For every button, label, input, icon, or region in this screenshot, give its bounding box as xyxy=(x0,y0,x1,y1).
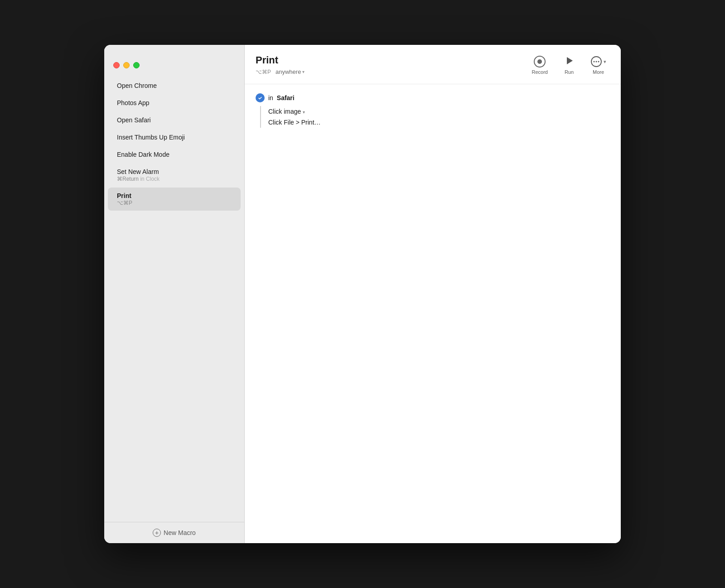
script-steps: Click image ▾ Click File > Print… xyxy=(260,106,610,128)
svg-marker-0 xyxy=(567,57,573,64)
more-button[interactable]: ▾ More xyxy=(587,54,610,77)
svg-point-5 xyxy=(257,95,263,101)
script-group: in Safari Click image ▾ Click File > Pri… xyxy=(256,93,610,128)
sidebar: Open Chrome Photos App Open Safari Inser… xyxy=(104,45,245,543)
sidebar-item-insert-thumbs-up[interactable]: Insert Thumbs Up Emoji xyxy=(108,129,241,145)
new-macro-icon: + xyxy=(153,529,161,537)
script-step-click-file-print: Click File > Print… xyxy=(268,117,610,128)
run-label: Run xyxy=(565,69,574,75)
macro-shortcut: ⌥⌘P xyxy=(256,69,271,75)
main-area: Print ⌥⌘P anywhere ▾ xyxy=(245,45,621,543)
record-icon xyxy=(534,56,546,67)
maximize-button[interactable] xyxy=(133,62,140,68)
more-icon: ▾ xyxy=(590,56,606,67)
sidebar-item-set-new-alarm[interactable]: Set New Alarm ⌘Return in Clock xyxy=(108,164,241,187)
more-label: More xyxy=(593,69,604,75)
record-button[interactable]: Record xyxy=(528,54,551,77)
script-step-click-image: Click image ▾ xyxy=(268,106,610,117)
run-icon xyxy=(564,56,574,67)
toolbar-actions: Record Run xyxy=(528,54,610,77)
macro-trigger: ⌥⌘P anywhere ▾ xyxy=(256,67,306,76)
more-chevron-icon: ▾ xyxy=(604,59,606,65)
sidebar-item-enable-dark-mode[interactable]: Enable Dark Mode xyxy=(108,146,241,163)
svg-point-3 xyxy=(596,61,597,63)
macro-context-button[interactable]: anywhere ▾ xyxy=(274,67,306,76)
context-chevron-icon: ▾ xyxy=(302,69,304,74)
sidebar-item-open-chrome[interactable]: Open Chrome xyxy=(108,77,241,94)
script-area: in Safari Click image ▾ Click File > Pri… xyxy=(245,84,621,543)
close-button[interactable] xyxy=(113,62,120,68)
sidebar-item-photos-app[interactable]: Photos App xyxy=(108,95,241,111)
record-dot-icon xyxy=(537,59,542,64)
run-button[interactable]: Run xyxy=(561,54,578,77)
minimize-button[interactable] xyxy=(123,62,130,68)
sidebar-footer: + New Macro xyxy=(104,522,244,543)
svg-point-4 xyxy=(598,61,599,63)
macro-title: Print xyxy=(256,54,306,66)
group-label: in Safari xyxy=(268,94,295,101)
macro-list: Open Chrome Photos App Open Safari Inser… xyxy=(104,77,244,522)
record-label: Record xyxy=(532,69,548,75)
svg-point-2 xyxy=(594,61,595,63)
main-header: Print ⌥⌘P anywhere ▾ xyxy=(245,45,621,84)
macro-title-area: Print ⌥⌘P anywhere ▾ xyxy=(256,54,306,76)
script-group-header: in Safari xyxy=(256,93,610,102)
traffic-lights xyxy=(104,54,244,77)
app-window: Open Chrome Photos App Open Safari Inser… xyxy=(104,45,621,543)
new-macro-button[interactable]: + New Macro xyxy=(113,529,235,537)
print-shortcut: ⌥⌘P xyxy=(117,200,232,206)
group-icon xyxy=(256,93,265,102)
step-dropdown-chevron-icon[interactable]: ▾ xyxy=(303,110,305,115)
set-new-alarm-shortcut: ⌘Return in Clock xyxy=(117,176,232,182)
window-content: Open Chrome Photos App Open Safari Inser… xyxy=(104,45,621,543)
sidebar-item-print[interactable]: Print ⌥⌘P xyxy=(108,188,241,211)
sidebar-item-open-safari[interactable]: Open Safari xyxy=(108,112,241,128)
